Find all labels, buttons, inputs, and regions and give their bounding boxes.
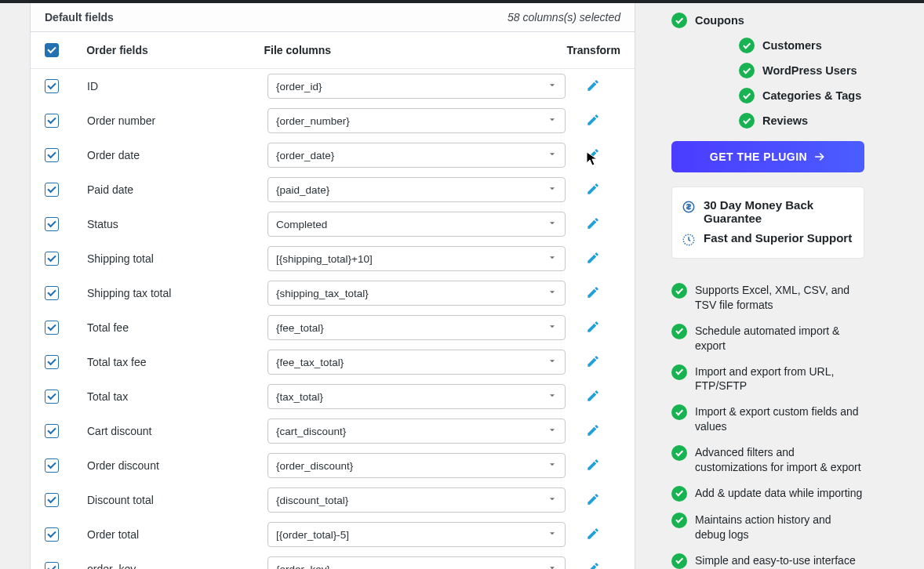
row-checkbox[interactable] bbox=[45, 527, 59, 542]
sidebar-item-label: Categories & Tags bbox=[762, 89, 861, 102]
table-row: Total tax fee{fee_tax_total} bbox=[31, 345, 635, 379]
header-transform: Transform bbox=[558, 44, 620, 56]
file-column-select[interactable]: {order_date} bbox=[267, 143, 566, 168]
check-circle-icon bbox=[739, 88, 755, 103]
get-plugin-button[interactable]: GET THE PLUGIN bbox=[671, 141, 864, 172]
check-circle-icon bbox=[671, 513, 687, 528]
row-checkbox[interactable] bbox=[45, 148, 59, 162]
table-row: Discount total{discount_total} bbox=[31, 483, 635, 517]
table-row: Order discount{order_discount} bbox=[31, 448, 635, 483]
table-row: Total tax{tax_total} bbox=[31, 379, 635, 414]
pencil-icon[interactable] bbox=[586, 423, 600, 437]
pencil-icon[interactable] bbox=[586, 389, 600, 403]
table-row: Shipping tax total{shipping_tax_total} bbox=[31, 276, 635, 310]
file-column-select[interactable]: {order_number} bbox=[267, 108, 566, 133]
cta-label: GET THE PLUGIN bbox=[710, 150, 807, 163]
row-checkbox[interactable] bbox=[45, 355, 59, 369]
row-checkbox[interactable] bbox=[45, 217, 59, 231]
arrow-right-icon bbox=[813, 150, 826, 163]
check-circle-icon bbox=[671, 404, 687, 420]
row-checkbox[interactable] bbox=[45, 458, 59, 473]
file-column-select[interactable]: {order_key} bbox=[267, 556, 566, 569]
feature-label: Import & export custom fields and values bbox=[695, 404, 864, 434]
field-name: Shipping tax total bbox=[87, 287, 267, 299]
feature-label: Schedule automated import & export bbox=[695, 324, 864, 353]
file-column-select[interactable]: {order_id} bbox=[267, 74, 566, 99]
file-column-select[interactable]: [{order_total}-5] bbox=[267, 522, 566, 547]
sidebar-item: WordPress Users bbox=[671, 58, 864, 83]
table-row: StatusCompleted bbox=[31, 207, 635, 241]
check-circle-icon bbox=[739, 113, 755, 129]
sidebar-item-label: WordPress Users bbox=[762, 64, 857, 77]
file-column-select[interactable]: {cart_discount} bbox=[267, 419, 566, 444]
table-row: Shipping total[{shipping_total}+10] bbox=[31, 241, 635, 276]
pencil-icon[interactable] bbox=[586, 561, 600, 570]
table-row: Paid date{paid_date} bbox=[31, 172, 635, 207]
header-file-columns: File columns bbox=[264, 44, 558, 56]
pencil-icon[interactable] bbox=[586, 492, 600, 506]
pencil-icon[interactable] bbox=[586, 527, 600, 541]
pencil-icon[interactable] bbox=[586, 320, 600, 334]
panel-title: Default fields bbox=[45, 11, 114, 24]
sidebar-item-label: Coupons bbox=[695, 14, 744, 27]
pencil-icon[interactable] bbox=[586, 285, 600, 299]
file-column-select[interactable]: {order_discount} bbox=[267, 453, 566, 478]
row-checkbox[interactable] bbox=[45, 114, 59, 128]
field-name: Cart discount bbox=[87, 425, 267, 437]
check-circle-icon bbox=[739, 63, 755, 78]
feature-label: Advanced filters and customizations for … bbox=[695, 445, 864, 475]
feature-label: Import and export from URL, FTP/SFTP bbox=[695, 364, 864, 394]
row-checkbox[interactable] bbox=[45, 286, 59, 300]
table-row: Order total[{order_total}-5] bbox=[31, 517, 635, 552]
feature-item: Advanced filters and customizations for … bbox=[671, 440, 864, 480]
columns-selected-count: 58 columns(s) selected bbox=[507, 11, 620, 24]
feature-label: Supports Excel, XML, CSV, and TSV file f… bbox=[695, 283, 864, 313]
pencil-icon[interactable] bbox=[586, 182, 600, 196]
pencil-icon[interactable] bbox=[586, 113, 600, 127]
row-checkbox[interactable] bbox=[45, 390, 59, 404]
pencil-icon[interactable] bbox=[586, 78, 600, 92]
field-name: Total tax fee bbox=[87, 356, 267, 368]
row-checkbox[interactable] bbox=[45, 321, 59, 335]
file-column-select[interactable]: {tax_total} bbox=[267, 384, 566, 409]
feature-label: Simple and easy-to-use interface bbox=[695, 553, 856, 568]
feature-item: Add & update data while importing bbox=[671, 480, 864, 507]
check-circle-icon bbox=[671, 324, 687, 339]
file-column-select[interactable]: Completed bbox=[267, 212, 566, 237]
pencil-icon[interactable] bbox=[586, 147, 600, 161]
row-checkbox[interactable] bbox=[45, 183, 59, 197]
field-name: order_key bbox=[87, 563, 267, 569]
field-name: Total tax bbox=[87, 390, 267, 403]
row-checkbox[interactable] bbox=[45, 79, 59, 93]
file-column-select[interactable]: {paid_date} bbox=[267, 177, 566, 202]
check-circle-icon bbox=[671, 364, 687, 380]
file-column-select[interactable]: {fee_tax_total} bbox=[267, 350, 566, 375]
check-circle-icon bbox=[671, 283, 687, 299]
pencil-icon[interactable] bbox=[586, 458, 600, 472]
row-checkbox[interactable] bbox=[45, 493, 59, 507]
row-checkbox[interactable] bbox=[45, 424, 59, 438]
pencil-icon[interactable] bbox=[586, 251, 600, 265]
pencil-icon[interactable] bbox=[586, 216, 600, 230]
sidebar-item-label: Customers bbox=[762, 39, 822, 52]
field-name: Discount total bbox=[87, 494, 267, 506]
sidebar-item-label: Reviews bbox=[762, 114, 808, 127]
sidebar-item: Reviews bbox=[671, 108, 864, 133]
file-column-select[interactable]: {fee_total} bbox=[267, 315, 566, 340]
field-name: Order number bbox=[87, 114, 267, 127]
row-checkbox[interactable] bbox=[45, 562, 59, 569]
pencil-icon[interactable] bbox=[586, 354, 600, 368]
feature-item: Maintains action history and debug logs bbox=[671, 507, 864, 548]
table-row: Order date{order_date} bbox=[31, 138, 635, 172]
support-text: Fast and Superior Support bbox=[704, 231, 852, 245]
file-column-select[interactable]: {discount_total} bbox=[267, 487, 566, 513]
check-circle-icon bbox=[671, 445, 687, 461]
check-circle-icon bbox=[739, 38, 755, 53]
guarantee-box: 30 Day Money Back Guarantee Fast and Sup… bbox=[671, 187, 864, 259]
file-column-select[interactable]: {shipping_tax_total} bbox=[267, 281, 566, 306]
row-checkbox[interactable] bbox=[45, 252, 59, 266]
select-all-checkbox[interactable] bbox=[45, 43, 59, 57]
field-name: Status bbox=[87, 218, 267, 230]
file-column-select[interactable]: [{shipping_total}+10] bbox=[267, 246, 566, 271]
sidebar-item: Customers bbox=[671, 33, 864, 58]
